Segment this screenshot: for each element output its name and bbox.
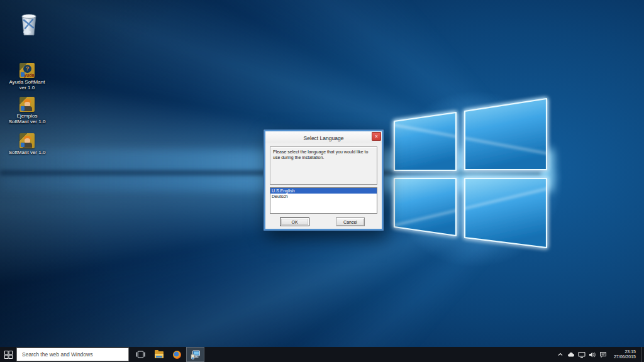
ayuda-word: yuda: [24, 73, 34, 77]
search-input[interactable]: [16, 348, 129, 361]
dialog-body: Please select the language that you woul…: [265, 143, 382, 229]
softmant-app-icon: [19, 133, 35, 148]
desktop-icon-softmant[interactable]: SoftMant ver 1.0: [5, 133, 49, 155]
desktop-icon-ayuda-softmant[interactable]: ? yuda Ayuda SoftMant ver 1.0: [5, 63, 49, 90]
select-language-dialog: Select Language x Please select the lang…: [264, 129, 384, 231]
dialog-title: Select Language: [304, 135, 344, 141]
icon-label: Ayuda SoftMant ver 1.0: [5, 79, 49, 90]
puzzle-badge: [21, 72, 25, 77]
system-tray: [557, 351, 610, 359]
close-button[interactable]: x: [372, 132, 381, 141]
instruction-text: Please select the language that you woul…: [270, 146, 377, 185]
icon-label: SoftMant ver 1.0: [5, 150, 49, 155]
puzzle-badge: [21, 106, 25, 111]
puzzle-badge: [21, 143, 25, 147]
windows-desktop: ? yuda Ayuda SoftMant ver 1.0 Ejemplos S…: [0, 0, 644, 362]
ok-button[interactable]: OK: [280, 217, 309, 226]
firefox-button[interactable]: [168, 347, 186, 362]
installer-setup-icon: [191, 350, 201, 359]
tray-volume-icon[interactable]: [589, 351, 597, 359]
clock-date: 27/06/2015: [614, 354, 636, 359]
file-explorer-icon: [155, 351, 164, 358]
task-view-icon: [136, 351, 145, 358]
ayuda-app-icon: ? yuda: [19, 63, 35, 78]
language-listbox[interactable]: U.S.English Deutsch: [270, 187, 377, 214]
firefox-icon: [173, 351, 181, 359]
tray-action-center-icon[interactable]: [599, 351, 608, 359]
taskbar-clock[interactable]: 23:15 27/06/2015: [610, 349, 641, 359]
taskbar: 23:15 27/06/2015: [0, 347, 644, 362]
tray-network-display-icon[interactable]: [578, 351, 586, 359]
file-explorer-button[interactable]: [150, 347, 168, 362]
dialog-titlebar[interactable]: Select Language x: [265, 131, 382, 143]
icon-label: Ejemplos SoftMant ver 1.0: [5, 113, 49, 124]
desktop-icon-recycle-bin[interactable]: [7, 11, 51, 38]
ejemplos-app-icon: [19, 97, 35, 112]
tray-onedrive-cloud-icon[interactable]: [567, 351, 575, 359]
show-desktop-button[interactable]: [641, 347, 644, 362]
cancel-button[interactable]: Cancel: [336, 217, 365, 226]
tray-chevron-up-icon[interactable]: [557, 351, 565, 359]
help-question-glyph: ?: [23, 65, 31, 73]
desktop-icon-ejemplos-softmant[interactable]: Ejemplos SoftMant ver 1.0: [5, 97, 49, 124]
softmant-installer-taskbar-button[interactable]: [186, 347, 204, 362]
start-button[interactable]: [0, 347, 16, 362]
language-option-us-english[interactable]: U.S.English: [270, 188, 377, 194]
recycle-bin-icon: [18, 11, 40, 38]
task-view-button[interactable]: [131, 347, 150, 362]
clock-time: 23:15: [614, 349, 636, 354]
windows-start-icon: [4, 351, 13, 359]
language-option-deutsch[interactable]: Deutsch: [270, 194, 377, 199]
